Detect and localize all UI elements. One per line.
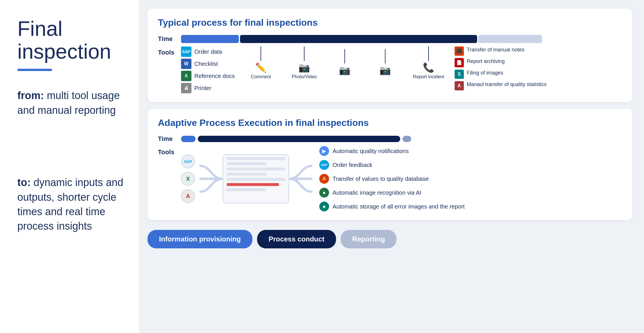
- card2-tools-label: Tools: [158, 146, 181, 156]
- output-item-5: ● Automatic storage of all error images …: [319, 202, 465, 211]
- card2-timeline-bars: [181, 136, 622, 142]
- bar-dark-1: [240, 35, 477, 43]
- rt-item-2: 📄 Report archiving: [455, 58, 547, 67]
- tool-item-printer: 🖨 Printer: [181, 83, 235, 93]
- pdf-icon: 📄: [455, 58, 464, 67]
- excel-icon: X: [181, 71, 191, 81]
- event-camera2: 📷: [327, 49, 362, 77]
- card1-right-tools: ⬛ Transfer of manual notes 📄 Report arch…: [455, 46, 547, 90]
- output-label-3: Transfer of values to quality database: [333, 176, 429, 182]
- sap-output-icon: SAP: [319, 160, 329, 170]
- storage-icon: ●: [319, 202, 329, 211]
- event-line-3: [344, 49, 345, 64]
- tablet-line-3: [227, 168, 285, 170]
- tablet-area: SAP X A: [181, 146, 622, 211]
- tablet-line-red: [227, 183, 279, 186]
- comment-icon: ✏️: [255, 62, 267, 73]
- rt-label-1: Transfer of manual notes: [467, 46, 524, 53]
- adaptive-process-card: Adaptive Process Execution in final insp…: [147, 109, 632, 220]
- card1-timeline-row: Time: [158, 35, 622, 43]
- to-text: to: dynamic inputs and outputs, shorter …: [17, 175, 124, 234]
- event-line-1: [261, 46, 261, 61]
- left-tool-icons: SAP X A: [181, 155, 195, 203]
- rt-item-1: ⬛ Transfer of manual notes: [455, 46, 547, 56]
- event-camera3: 📷: [368, 49, 403, 77]
- tablet-line-2: [227, 162, 266, 165]
- bar-blue-1: [181, 35, 239, 43]
- tablet-line-4: [227, 173, 266, 176]
- bottom-buttons: Information provisioning Process conduct…: [147, 230, 396, 248]
- tool-name-printer: Printer: [194, 85, 211, 92]
- output-list: ▶ Automatic quality notifications SAP Or…: [319, 146, 465, 211]
- tablet-line-6: [227, 188, 266, 191]
- card1-title: Typical process for final inspections: [158, 17, 622, 28]
- printer-icon: 🖨: [181, 83, 191, 93]
- tool-item-sap: SAP Order data: [181, 46, 235, 57]
- phone-icon: 📞: [423, 62, 434, 73]
- ms-office-icon: ⬛: [455, 46, 464, 56]
- card1-tools-label: Tools: [158, 46, 181, 56]
- rt-label-4: Manaul transfer of quality statistics: [467, 81, 547, 88]
- word-icon: W: [181, 59, 191, 69]
- to-description: dynamic inputs and outputs, shorter cycl…: [17, 176, 123, 232]
- from-label: from:: [17, 90, 44, 101]
- rt-item-3: S Filing of images: [455, 70, 547, 79]
- wave-connector-svg: [200, 160, 223, 198]
- tool-name-word: Checklist: [194, 61, 218, 67]
- card1-tools-row: Tools SAP Order data W Checklist X Refer…: [158, 46, 622, 93]
- output-label-1: Automatic quality notifications: [333, 148, 409, 155]
- event-comment: ✏️ Comment: [243, 46, 278, 79]
- typical-process-card: Typical process for final inspections Ti…: [147, 9, 632, 102]
- card1-time-label: Time: [158, 35, 181, 43]
- card2-title: Adaptive Process Execution in final insp…: [158, 118, 622, 128]
- event-incident: 📞 Report incident: [411, 46, 446, 79]
- to-label: to:: [17, 176, 31, 188]
- tool-item-word: W Checklist: [181, 59, 235, 69]
- card2-tools-row: Tools SAP X A: [158, 146, 622, 211]
- tool-name-sap: Order data: [194, 49, 222, 55]
- bar-dark-2: [198, 136, 400, 142]
- output-label-4: Automatic image recognition via AI: [333, 189, 421, 196]
- bar-end: [403, 136, 411, 142]
- rt-item-4: A Manaul transfer of quality statistics: [455, 81, 547, 90]
- rt-label-2: Report archiving: [467, 58, 505, 65]
- photo-icon: 📷: [298, 62, 310, 73]
- card1-tools-area: SAP Order data W Checklist X Reference d…: [181, 46, 622, 93]
- process-conduct-button[interactable]: Process conduct: [257, 230, 336, 248]
- page-title: Final inspection: [17, 17, 124, 63]
- comment-label: Comment: [251, 74, 271, 79]
- sap-icon: SAP: [181, 46, 191, 57]
- event-photo: 📷 Photo/Video: [287, 46, 322, 79]
- output-item-2: SAP Order feedback: [319, 160, 465, 170]
- info-provisioning-button[interactable]: Information provisioning: [147, 230, 252, 248]
- reporting-button[interactable]: Reporting: [341, 230, 396, 248]
- card1-events-zone: ✏️ Comment 📷 Photo/Video 📷: [243, 46, 446, 79]
- event-line-5: [428, 46, 429, 61]
- tool-item-excel: X Reference docs: [181, 71, 235, 81]
- event-line-4: [385, 49, 385, 64]
- access-icon: A: [455, 81, 464, 90]
- sharepoint-icon: S: [455, 70, 464, 79]
- photo-label: Photo/Video: [292, 74, 317, 79]
- right-panel: Typical process for final inspections Ti…: [139, 0, 644, 333]
- title-underline: [17, 69, 52, 71]
- tool-name-excel: Reference docs: [194, 73, 235, 79]
- card2-time-label: Time: [158, 135, 181, 143]
- from-text: from: multi tool usage and manual report…: [17, 88, 124, 118]
- tablet-line-5: [227, 178, 285, 181]
- access-output-icon: A: [319, 174, 329, 184]
- card1-timeline-bars: [181, 35, 622, 43]
- bar-light-1: [478, 35, 542, 43]
- teams-icon: ▶: [319, 146, 329, 156]
- tablet-mockup: [223, 154, 289, 203]
- camera2-icon: 📷: [339, 65, 350, 76]
- output-item-3: A Transfer of values to quality database: [319, 174, 465, 184]
- output-item-4: ● Automatic image recognition via AI: [319, 188, 465, 198]
- event-line-2: [304, 46, 305, 61]
- rt-label-3: Filing of images: [467, 70, 503, 76]
- access-circle-icon: A: [181, 189, 195, 203]
- bar-oval: [181, 136, 195, 142]
- ai-icon: ●: [319, 188, 329, 198]
- camera3-icon: 📷: [379, 65, 391, 76]
- incident-label: Report incident: [413, 74, 444, 79]
